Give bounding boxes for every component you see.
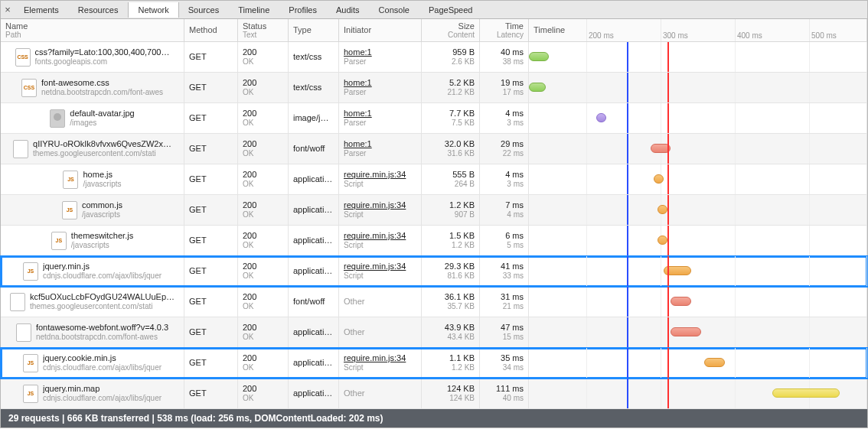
tab-resources[interactable]: Resources — [69, 2, 129, 18]
cell-method: GET — [184, 348, 238, 378]
resource-name: common.js — [82, 200, 122, 210]
timing-bar[interactable] — [671, 297, 690, 306]
domcontentloaded-marker — [627, 287, 628, 317]
header-timeline[interactable]: Timeline 200 ms300 ms400 ms500 ms — [529, 19, 867, 41]
timing-bar[interactable] — [671, 327, 701, 336]
initiator-link[interactable]: home:1 — [344, 139, 416, 149]
font-file-icon — [13, 140, 28, 158]
header-initiator[interactable]: Initiator — [339, 19, 422, 41]
initiator-link[interactable]: require.min.js:34 — [344, 353, 416, 363]
cell-timeline — [529, 42, 867, 72]
resource-path: /javascripts — [83, 180, 121, 189]
cell-status: 200OK — [238, 379, 289, 408]
network-row[interactable]: kcf5uOXucLcbFOydGU24WALUuEp…themes.googl… — [1, 287, 867, 317]
cell-type: text/css — [289, 42, 339, 72]
network-rows-viewport: css?family=Lato:100,300,400,700…fonts.go… — [1, 42, 867, 409]
tab-sources[interactable]: Sources — [179, 2, 229, 18]
cell-timeline — [529, 134, 867, 164]
resource-path: cdnjs.cloudflare.com/ajax/libs/jquer — [43, 394, 162, 403]
resource-path: netdna.bootstrapcdn.com/font-awes — [41, 88, 163, 97]
domcontentloaded-marker — [627, 348, 628, 378]
network-row[interactable]: qIIYRU-oROkIk8vfvxw6QvesZW2x…themes.goog… — [1, 134, 867, 164]
cell-name: fontawesome-webfont.woff?v=4.0.3netdna.b… — [1, 317, 184, 347]
js-file-icon — [62, 201, 77, 219]
cell-initiator: require.min.js:34Script — [339, 256, 422, 286]
initiator-link[interactable]: require.min.js:34 — [344, 262, 416, 271]
initiator-link[interactable]: require.min.js:34 — [344, 200, 416, 210]
cell-name: jquery.cookie.min.jscdnjs.cloudflare.com… — [1, 348, 184, 378]
cell-size: 7.7 KB7.5 KB — [422, 103, 480, 133]
cell-method: GET — [184, 379, 238, 408]
timing-bar[interactable] — [772, 388, 840, 398]
cell-method: GET — [184, 103, 238, 133]
close-icon[interactable]: × — [1, 4, 15, 15]
font-file-icon — [16, 323, 31, 342]
cell-name: themeswitcher.js/javascripts — [1, 226, 184, 255]
cell-method: GET — [184, 195, 238, 225]
cell-timeline — [529, 348, 867, 378]
load-marker — [667, 103, 669, 133]
header-status[interactable]: Status Text — [238, 19, 289, 41]
network-row[interactable]: fontawesome-webfont.woff?v=4.0.3netdna.b… — [1, 317, 867, 348]
timing-bar[interactable] — [651, 144, 671, 153]
timing-bar[interactable] — [664, 266, 690, 275]
cell-initiator: home:1Parser — [339, 73, 422, 102]
tab-console[interactable]: Console — [370, 2, 419, 18]
cell-initiator: require.min.js:34Script — [339, 226, 422, 255]
tab-audits[interactable]: Audits — [327, 2, 370, 18]
cell-size: 5.2 KB21.2 KB — [422, 73, 480, 102]
resource-name: home.js — [83, 170, 121, 180]
initiator-link[interactable]: home:1 — [344, 78, 416, 88]
cell-timeline — [529, 73, 867, 102]
initiator-link[interactable]: home:1 — [344, 47, 416, 57]
tab-pagespeed[interactable]: PageSpeed — [419, 2, 483, 18]
timing-bar[interactable] — [529, 83, 546, 92]
network-row[interactable]: jquery.min.jscdnjs.cloudflare.com/ajax/l… — [1, 256, 867, 287]
tab-network[interactable]: Network — [128, 2, 178, 18]
header-method[interactable]: Method — [184, 19, 238, 41]
network-row[interactable]: home.js/javascriptsGET200OKapplicati…req… — [1, 164, 867, 195]
cell-size: 555 B264 B — [422, 164, 480, 194]
cell-type: applicati… — [289, 195, 339, 225]
js-file-icon — [23, 354, 38, 372]
resource-path: cdnjs.cloudflare.com/ajax/libs/jquer — [43, 363, 162, 372]
initiator-link[interactable]: home:1 — [344, 109, 416, 119]
header-name-label: Name — [5, 21, 179, 31]
cell-type: applicati… — [289, 317, 339, 347]
timing-bar[interactable] — [654, 174, 664, 184]
resource-path: cdnjs.cloudflare.com/ajax/libs/jquer — [43, 271, 162, 281]
load-marker — [667, 195, 669, 225]
timing-bar[interactable] — [658, 205, 667, 214]
network-row[interactable]: themeswitcher.js/javascriptsGET200OKappl… — [1, 226, 867, 256]
cell-time: 4 ms3 ms — [480, 164, 529, 194]
cell-initiator: require.min.js:34Script — [339, 195, 422, 225]
network-row[interactable]: font-awesome.cssnetdna.bootstrapcdn.com/… — [1, 73, 867, 103]
cell-type: font/woff — [289, 134, 339, 164]
network-row[interactable]: common.js/javascriptsGET200OKapplicati…r… — [1, 195, 867, 226]
js-file-icon — [23, 262, 38, 281]
cell-type: text/css — [289, 73, 339, 102]
timing-bar[interactable] — [596, 113, 606, 122]
header-size[interactable]: Size Content — [422, 19, 480, 41]
tab-timeline[interactable]: Timeline — [229, 2, 279, 18]
header-type[interactable]: Type — [289, 19, 339, 41]
timing-bar[interactable] — [529, 52, 549, 61]
cell-name: qIIYRU-oROkIk8vfvxw6QvesZW2x…themes.goog… — [1, 134, 184, 164]
network-row[interactable]: jquery.cookie.min.jscdnjs.cloudflare.com… — [1, 348, 867, 379]
network-row[interactable]: default-avatar.jpg/imagesGET200OKimage/j… — [1, 103, 867, 134]
network-row[interactable]: jquery.min.mapcdnjs.cloudflare.com/ajax/… — [1, 379, 867, 409]
initiator-link[interactable]: require.min.js:34 — [344, 231, 416, 241]
resource-path: /images — [70, 119, 134, 128]
timing-bar[interactable] — [704, 358, 724, 367]
cell-status: 200OK — [238, 73, 289, 102]
cell-name: jquery.min.mapcdnjs.cloudflare.com/ajax/… — [1, 379, 184, 408]
cell-status: 200OK — [238, 134, 289, 164]
tab-elements[interactable]: Elements — [15, 2, 69, 18]
network-row[interactable]: css?family=Lato:100,300,400,700…fonts.go… — [1, 42, 867, 73]
cell-size: 43.9 KB43.4 KB — [422, 317, 480, 347]
timing-bar[interactable] — [658, 236, 667, 245]
tab-profiles[interactable]: Profiles — [279, 2, 327, 18]
initiator-link[interactable]: require.min.js:34 — [344, 170, 416, 180]
header-time[interactable]: Time Latency — [480, 19, 529, 41]
header-name[interactable]: Name Path — [1, 19, 184, 41]
